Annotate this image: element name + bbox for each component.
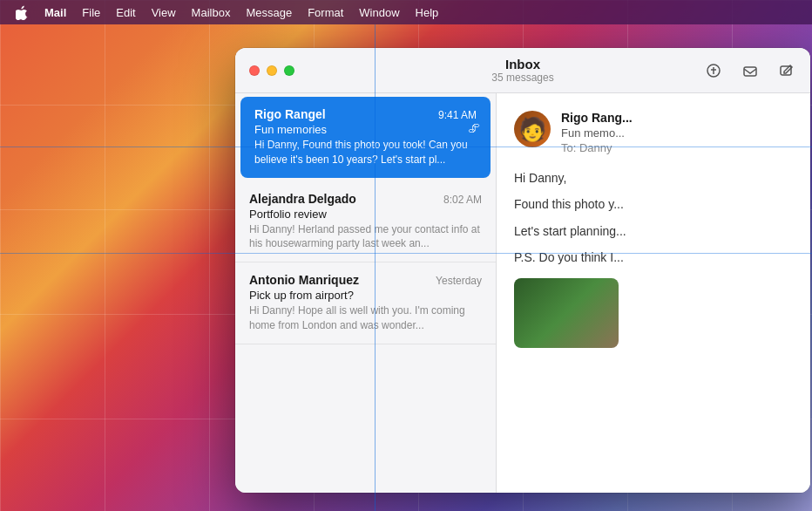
menu-bar: Mail File Edit View Mailbox Message Form… [0,0,812,24]
detail-greeting: Hi Danny, [514,168,793,187]
apple-menu[interactable] [7,0,37,24]
detail-line1: Found this photo y... [514,194,793,214]
message-detail: 🧑 Rigo Rang... Fun memo... To: Danny Hi … [497,93,810,493]
inbox-title: Inbox [505,57,540,72]
message-subject-3: Pick up from airport? [249,289,482,302]
menu-window[interactable]: Window [351,0,407,24]
mail-window: Inbox 35 messages [235,48,810,493]
title-actions [704,61,796,80]
detail-sender-info: Rigo Rang... Fun memo... To: Danny [561,111,793,154]
sender-name-3: Antonio Manriquez [249,273,359,287]
inbox-subtitle: 35 messages [491,72,553,84]
menu-mail[interactable]: Mail [37,0,74,24]
menu-mailbox[interactable]: Mailbox [184,0,239,24]
avatar: 🧑 [514,111,551,147]
inbox-info: Inbox 35 messages [491,57,553,84]
maximize-button[interactable] [284,65,294,76]
compose-icon[interactable] [777,61,796,80]
menu-edit[interactable]: Edit [108,0,143,24]
detail-sender-row: 🧑 Rigo Rang... Fun memo... To: Danny [514,111,793,154]
menu-help[interactable]: Help [408,0,447,24]
message-preview-2: Hi Danny! Herland passed me your contact… [249,222,482,252]
message-time-1: 9:41 AM [438,109,477,121]
message-list[interactable]: Rigo Rangel 9:41 AM Fun memories Hi Dann… [235,93,497,493]
svg-rect-3 [744,67,756,76]
message-time-2: 8:02 AM [443,194,482,206]
message-preview-3: Hi Danny! Hope all is well with you. I'm… [249,303,482,333]
message-item-3[interactable]: Antonio Manriquez Yesterday Pick up from… [235,262,496,344]
attachment-icon-1: 🖇 [468,121,480,135]
menu-file[interactable]: File [74,0,108,24]
detail-body: Hi Danny, Found this photo y... Let's st… [514,168,793,268]
detail-to: To: Danny [561,141,793,154]
menu-message[interactable]: Message [238,0,300,24]
mailbox-icon[interactable] [741,61,760,80]
traffic-lights [249,65,294,76]
sender-name-2: Alejandra Delgado [249,192,356,206]
message-item-2[interactable]: Alejandra Delgado 8:02 AM Portfolio revi… [235,181,496,263]
detail-photo [514,278,619,348]
message-subject-2: Portfolio review [249,208,482,221]
menu-view[interactable]: View [144,0,184,24]
detail-subject: Fun memo... [561,126,793,140]
minimize-button[interactable] [267,65,277,76]
detail-ps: P.S. Do you think I... [514,248,793,267]
detail-line2: Let's start planning... [514,221,793,241]
message-subject-1: Fun memories [254,123,477,136]
filter-icon[interactable] [704,61,723,80]
title-bar: Inbox 35 messages [235,48,810,93]
message-preview-1: Hi Danny, Found this photo you took! Can… [254,138,477,167]
close-button[interactable] [249,65,260,76]
message-time-3: Yesterday [436,275,482,287]
mail-content: Rigo Rangel 9:41 AM Fun memories Hi Dann… [235,93,810,493]
message-item-1[interactable]: Rigo Rangel 9:41 AM Fun memories Hi Dann… [240,97,491,178]
detail-sender-name: Rigo Rang... [561,111,793,125]
sender-name-1: Rigo Rangel [254,107,326,121]
menu-format[interactable]: Format [300,0,351,24]
